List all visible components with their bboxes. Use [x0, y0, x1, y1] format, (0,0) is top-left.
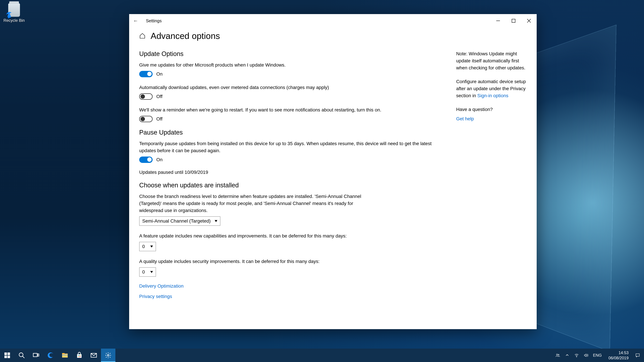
- svg-rect-24: [636, 354, 640, 356]
- pause-until-text: Updates paused until 10/09/2019: [139, 170, 450, 175]
- svg-rect-7: [8, 356, 10, 358]
- action-center-icon[interactable]: [635, 353, 640, 358]
- svg-rect-19: [80, 356, 80, 357]
- privacy-settings-link[interactable]: Privacy settings: [139, 294, 450, 299]
- opt-other-products-toggle[interactable]: [139, 71, 152, 77]
- pause-updates-heading: Pause Updates: [139, 129, 450, 136]
- chevron-down-icon: [150, 246, 153, 248]
- recycle-bin-label: Recycle Bin: [2, 18, 26, 23]
- recycle-bin-icon: [8, 3, 20, 17]
- svg-rect-4: [4, 353, 7, 355]
- quality-defer-label: A quality update includes security impro…: [139, 258, 450, 265]
- chevron-down-icon: [150, 271, 153, 273]
- file-explorer-taskbar-icon[interactable]: [58, 349, 72, 362]
- page-title: Advanced options: [150, 31, 220, 41]
- opt-restart-reminder-label: We'll show a reminder when we're going t…: [139, 106, 450, 113]
- home-icon[interactable]: [139, 33, 146, 39]
- have-question-heading: Have a question?: [456, 106, 526, 113]
- opt-restart-reminder-state: Off: [156, 116, 162, 122]
- choose-when-heading: Choose when updates are installed: [139, 182, 450, 189]
- chevron-down-icon: [215, 220, 217, 222]
- feature-defer-label: A feature update includes new capabiliti…: [139, 232, 450, 240]
- opt-other-products-state: On: [156, 71, 162, 77]
- system-tray: ENG 14:53 06/08/2019: [552, 349, 644, 362]
- svg-rect-1: [512, 19, 515, 22]
- store-taskbar-icon[interactable]: [72, 349, 86, 362]
- recycle-bin-desktop-icon[interactable]: Recycle Bin: [2, 3, 26, 23]
- pause-updates-toggle[interactable]: [139, 157, 152, 163]
- language-indicator[interactable]: ENG: [593, 353, 602, 358]
- svg-rect-15: [77, 354, 82, 358]
- network-tray-icon[interactable]: [574, 353, 579, 358]
- svg-rect-13: [62, 353, 64, 354]
- svg-line-9: [22, 356, 24, 358]
- branch-readiness-dropdown[interactable]: Semi-Annual Channel (Targeted): [139, 216, 220, 226]
- opt-other-products-label: Give me updates for other Microsoft prod…: [139, 61, 450, 68]
- start-button[interactable]: [0, 349, 14, 362]
- back-button[interactable]: ←: [133, 18, 140, 24]
- svg-rect-16: [78, 355, 79, 356]
- opt-restart-reminder-toggle[interactable]: [139, 116, 152, 122]
- svg-point-22: [558, 354, 559, 355]
- clock[interactable]: 14:53 06/08/2019: [606, 350, 630, 361]
- svg-point-23: [576, 357, 577, 357]
- clock-time: 14:53: [608, 350, 628, 355]
- svg-rect-6: [4, 356, 7, 358]
- svg-rect-17: [80, 355, 80, 356]
- feature-defer-dropdown[interactable]: 0: [139, 242, 156, 251]
- get-help-link[interactable]: Get help: [456, 116, 474, 121]
- opt-metered-label: Automatically download updates, even ove…: [139, 84, 450, 91]
- delivery-optimization-link[interactable]: Delivery Optimization: [139, 283, 450, 289]
- settings-taskbar-icon[interactable]: [101, 349, 116, 362]
- signin-options-link[interactable]: Sign-in options: [477, 93, 508, 98]
- titlebar: ← Settings: [129, 14, 537, 27]
- quality-defer-dropdown[interactable]: 0: [139, 267, 156, 277]
- pause-updates-state: On: [156, 157, 162, 162]
- svg-rect-10: [33, 353, 37, 357]
- pause-updates-desc: Temporarily pause updates from being ins…: [139, 140, 450, 154]
- feature-defer-value: 0: [142, 244, 145, 249]
- people-tray-icon[interactable]: [556, 353, 560, 358]
- update-options-heading: Update Options: [139, 50, 450, 57]
- svg-rect-11: [38, 354, 39, 356]
- opt-metered-state: Off: [156, 94, 162, 99]
- mail-taskbar-icon[interactable]: [86, 349, 101, 362]
- svg-point-20: [107, 355, 109, 356]
- branch-readiness-value: Semi-Annual Channel (Targeted): [142, 218, 211, 224]
- svg-rect-12: [62, 354, 68, 358]
- taskbar: ENG 14:53 06/08/2019: [0, 349, 644, 362]
- edge-taskbar-icon[interactable]: [43, 349, 58, 362]
- svg-point-21: [556, 354, 558, 355]
- task-view-button[interactable]: [29, 349, 43, 362]
- side-panel: Note: Windows Update might update itself…: [456, 31, 526, 323]
- main-content: Advanced options Update Options Give me …: [139, 31, 450, 323]
- svg-point-8: [19, 353, 23, 357]
- quality-defer-value: 0: [142, 269, 145, 275]
- volume-tray-icon[interactable]: [584, 353, 588, 358]
- settings-window: ← Settings Advanced options Update Optio…: [129, 14, 537, 329]
- close-button[interactable]: [521, 14, 537, 27]
- clock-date: 06/08/2019: [608, 355, 628, 361]
- maximize-button[interactable]: [506, 14, 521, 27]
- window-title: Settings: [146, 18, 162, 23]
- minimize-button[interactable]: [490, 14, 506, 27]
- opt-metered-toggle[interactable]: [139, 93, 152, 100]
- tray-overflow-icon[interactable]: [565, 353, 570, 358]
- side-config: Configure automatic device setup after a…: [456, 78, 526, 99]
- svg-rect-5: [8, 353, 10, 355]
- choose-when-desc: Choose the branch readiness level to det…: [139, 193, 374, 214]
- svg-rect-14: [62, 355, 68, 355]
- search-button[interactable]: [14, 349, 29, 362]
- side-note: Note: Windows Update might update itself…: [456, 50, 526, 71]
- svg-rect-18: [78, 356, 79, 357]
